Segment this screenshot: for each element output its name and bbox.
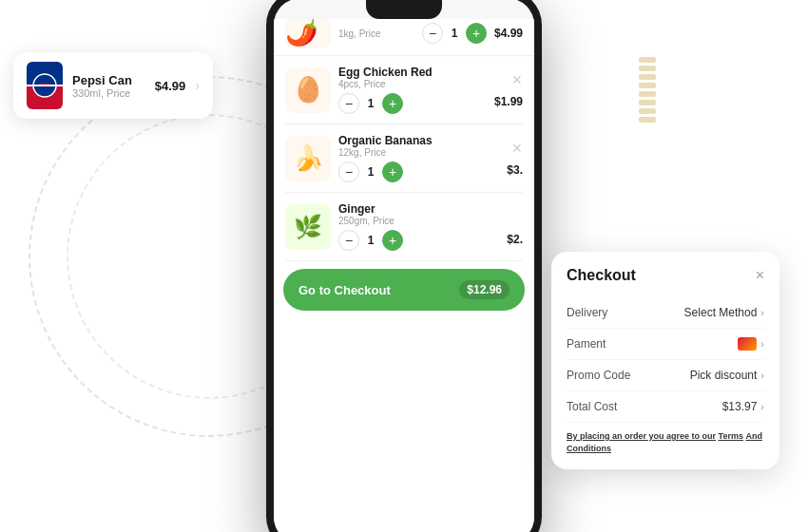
total-label: Total Cost: [567, 400, 617, 413]
item-sub-peppers: 1kg, Price: [338, 28, 414, 39]
cart-list: 🥚 Egg Chicken Red 4pcs, Price − 1 + ✕ $1…: [274, 56, 534, 261]
price-egg: $1.99: [494, 95, 523, 108]
pepsi-arrow-icon: ›: [195, 78, 200, 93]
item-name-ginger: Ginger: [338, 202, 499, 216]
item-right-egg: ✕ $1.99: [494, 72, 523, 108]
item-image-peppers: 🌶️: [285, 19, 331, 48]
panel-close-button[interactable]: ×: [756, 267, 764, 284]
payment-card-icon: [738, 337, 757, 351]
cart-item-ginger: 🌿 Ginger 250gm, Price − 1 + $2.: [285, 193, 523, 261]
checkout-label: Go to Checkout: [298, 283, 391, 297]
delivery-label: Delivery: [567, 306, 607, 319]
checkout-button[interactable]: Go to Checkout $12.96: [283, 269, 525, 311]
item-controls-ginger: − 1 +: [338, 230, 499, 251]
qty-bananas: 1: [365, 165, 376, 179]
phone-frame: 🌶️ 1kg, Price − 1 + $4.99 🥚 Egg Chicken …: [266, 0, 542, 532]
pepsi-icon: [27, 62, 63, 109]
total-amount: $13.97: [722, 400, 758, 413]
terms-and: And: [745, 431, 762, 441]
delivery-arrow-icon: ›: [760, 307, 764, 318]
decrease-qty-ginger[interactable]: −: [338, 230, 359, 251]
panel-row-total: Total Cost $13.97 ›: [567, 391, 764, 423]
pepsi-tooltip-card[interactable]: Pepsi Can 330ml, Price $4.99 ›: [13, 52, 213, 119]
item-name-bananas: Organic Bananas: [338, 134, 499, 147]
item-name-egg-chicken-red: Egg Chicken Red: [338, 66, 487, 79]
increase-qty-ginger[interactable]: +: [382, 230, 403, 251]
price-ginger: $2.: [507, 233, 523, 246]
increase-qty-bananas[interactable]: +: [382, 162, 403, 182]
qty-peppers: 1: [449, 27, 460, 40]
increase-qty-egg[interactable]: +: [382, 93, 403, 114]
item-info-bananas: Organic Bananas 12kg, Price − 1 +: [338, 134, 499, 182]
item-info-ginger: Ginger 250gm, Price − 1 +: [338, 202, 499, 251]
panel-row-payment: Pament ›: [567, 329, 764, 360]
increase-qty-peppers[interactable]: +: [466, 23, 487, 44]
qty-ginger: 1: [365, 234, 376, 247]
decrease-qty-peppers[interactable]: −: [422, 23, 443, 44]
panel-row-delivery: Delivery Select Method ›: [567, 297, 764, 329]
decrease-qty-egg[interactable]: −: [338, 93, 359, 114]
cart-item-organic-bananas: 🍌 Organic Bananas 12kg, Price − 1 + ✕ $3…: [285, 124, 523, 193]
panel-terms: By placing an order you agree to our Ter…: [567, 430, 764, 454]
payment-label: Pament: [567, 337, 606, 351]
promo-discount: Pick discount: [690, 369, 758, 382]
terms-link[interactable]: Terms: [719, 431, 743, 441]
payment-arrow-icon: ›: [760, 338, 764, 350]
delivery-method: Select Method: [684, 306, 758, 319]
qty-egg: 1: [365, 97, 376, 110]
item-sub-bananas: 12kg, Price: [338, 147, 499, 158]
checkout-price: $12.96: [459, 280, 510, 299]
pepsi-price: $4.99: [155, 79, 186, 93]
price-peppers: $4.99: [494, 27, 523, 40]
cart-item-egg-chicken-red: 🥚 Egg Chicken Red 4pcs, Price − 1 + ✕ $1…: [285, 56, 523, 124]
item-sub-egg-chicken-red: 4pcs, Price: [338, 79, 487, 89]
item-image-ginger: 🌿: [285, 204, 331, 250]
promo-value[interactable]: Pick discount ›: [690, 369, 764, 382]
item-right-bananas: ✕ $3.: [507, 141, 523, 177]
payment-value[interactable]: ›: [738, 337, 764, 351]
phone-inner: 🌶️ 1kg, Price − 1 + $4.99 🥚 Egg Chicken …: [274, 0, 534, 532]
item-controls-egg-chicken-red: − 1 +: [338, 93, 487, 114]
item-image-bananas: 🍌: [285, 136, 331, 181]
decrease-qty-bananas[interactable]: −: [338, 162, 359, 182]
cart-item-partial: 🌶️ 1kg, Price − 1 + $4.99: [274, 19, 534, 56]
checkout-panel: Checkout × Delivery Select Method › Pame…: [551, 252, 779, 469]
total-value[interactable]: $13.97 ›: [722, 400, 764, 413]
pepsi-sub: 330ml, Price: [72, 87, 145, 99]
pepsi-name: Pepsi Can: [72, 73, 145, 87]
phone-notch: [366, 0, 442, 19]
item-controls-bananas: − 1 +: [338, 162, 499, 182]
price-bananas: $3.: [507, 163, 523, 177]
phone-content: 🌶️ 1kg, Price − 1 + $4.99 🥚 Egg Chicken …: [274, 19, 534, 532]
conditions-link[interactable]: Conditions: [567, 444, 611, 453]
panel-row-promo: Promo Code Pick discount ›: [567, 360, 764, 391]
remove-bananas-button[interactable]: ✕: [508, 141, 523, 156]
deco-gold-bars-top: [639, 57, 656, 123]
promo-label: Promo Code: [567, 369, 630, 382]
remove-egg-button[interactable]: ✕: [508, 72, 523, 87]
item-right-ginger: $2.: [507, 208, 523, 246]
total-arrow-icon: ›: [760, 401, 764, 412]
item-info-egg-chicken-red: Egg Chicken Red 4pcs, Price − 1 +: [338, 66, 487, 114]
delivery-value[interactable]: Select Method ›: [684, 306, 764, 319]
pepsi-info: Pepsi Can 330ml, Price: [72, 73, 145, 99]
panel-header: Checkout ×: [567, 267, 764, 284]
panel-title: Checkout: [567, 267, 636, 284]
item-image-egg-chicken-red: 🥚: [285, 67, 331, 113]
promo-arrow-icon: ›: [760, 370, 764, 381]
item-sub-ginger: 250gm, Price: [338, 216, 499, 226]
